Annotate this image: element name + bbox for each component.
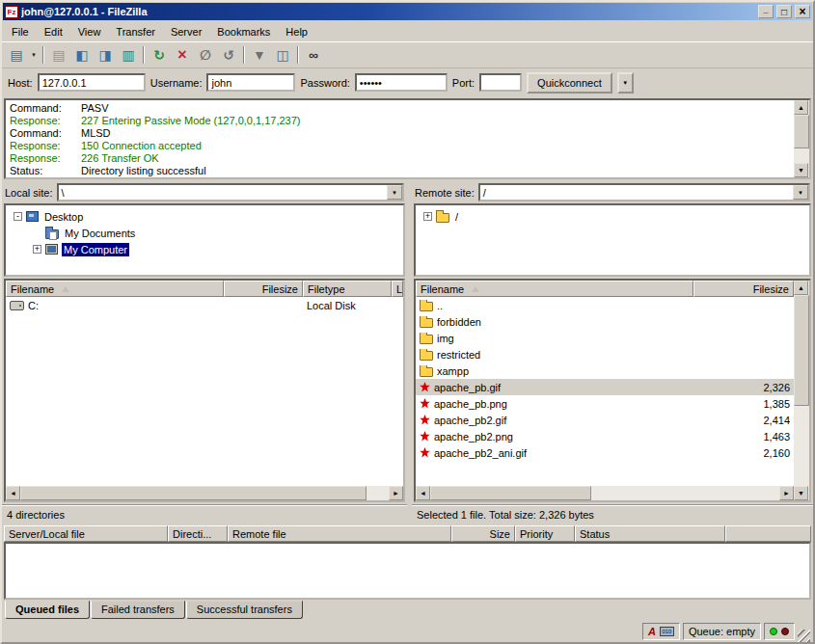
toggle-local-tree-icon[interactable]: ◧ [70, 44, 94, 66]
menu-bookmarks[interactable]: Bookmarks [209, 23, 278, 40]
column-priority[interactable]: Priority [515, 525, 575, 542]
minimize-button[interactable] [758, 5, 774, 18]
column-status[interactable]: Status [575, 525, 725, 542]
scroll-track[interactable] [794, 115, 809, 163]
scroll-right-icon[interactable]: ► [779, 486, 794, 500]
column-filesize[interactable]: Filesize [693, 281, 794, 297]
column-filetype[interactable]: Filetype [303, 281, 392, 297]
scroll-track[interactable] [430, 486, 779, 500]
username-input[interactable] [206, 73, 295, 92]
tree-item-root[interactable]: / [418, 208, 807, 225]
tree-item-label[interactable]: My Documents [63, 227, 137, 240]
local-list-body[interactable]: C: Local Disk [6, 297, 403, 486]
password-input[interactable] [355, 73, 448, 92]
remote-file-row[interactable]: forbidden [416, 313, 794, 330]
column-filesize[interactable]: Filesize [224, 281, 303, 297]
scroll-thumb[interactable] [794, 115, 809, 148]
chevron-down-icon[interactable]: ▼ [387, 185, 402, 200]
tree-item-desktop[interactable]: Desktop [8, 208, 401, 225]
reconnect-icon[interactable]: ↺ [217, 44, 240, 66]
scroll-down-icon[interactable]: ▼ [794, 486, 808, 500]
scroll-down-icon[interactable]: ▼ [794, 163, 808, 177]
menu-edit[interactable]: Edit [37, 23, 70, 40]
tab-queued-files[interactable]: Queued files [5, 601, 90, 619]
compare-icon[interactable]: ◫ [271, 44, 294, 66]
folder-icon [420, 335, 433, 344]
tree-item-label[interactable]: Desktop [42, 210, 85, 224]
collapse-icon[interactable] [14, 212, 22, 221]
scroll-left-icon[interactable]: ◄ [6, 486, 20, 500]
scroll-up-icon[interactable]: ▲ [794, 100, 808, 115]
remote-file-row[interactable]: .. [416, 297, 794, 313]
remote-file-row[interactable]: apache_pb2.gif 2,414 [416, 412, 794, 428]
remote-vscrollbar[interactable]: ▲ ▼ [794, 281, 809, 500]
remote-hscrollbar[interactable]: ◄ ► [416, 486, 794, 500]
expand-icon[interactable] [33, 245, 41, 254]
remote-file-row[interactable]: restricted [416, 346, 794, 362]
quickconnect-button[interactable]: Quickconnect [527, 72, 612, 94]
remote-site-combobox[interactable]: / ▼ [478, 183, 810, 201]
column-remote-file[interactable]: Remote file [228, 525, 451, 542]
queue-body[interactable] [4, 542, 811, 600]
column-direction[interactable]: Directi... [168, 525, 228, 542]
column-size[interactable]: Size [451, 525, 515, 542]
site-manager-dropdown-icon[interactable]: ▼ [28, 44, 40, 66]
close-button[interactable] [795, 5, 810, 18]
tab-failed-transfers[interactable]: Failed transfers [91, 601, 185, 619]
remote-file-row[interactable]: apache_pb2_ani.gif 2,160 [416, 444, 794, 461]
port-input[interactable] [479, 73, 522, 92]
local-site-combobox[interactable]: \ ▼ [57, 183, 404, 201]
tab-successful-transfers[interactable]: Successful transfers [186, 601, 303, 619]
stop-icon[interactable]: × [171, 44, 194, 66]
file-name: apache_pb2_ani.gif [434, 447, 527, 459]
resize-grip[interactable] [798, 630, 810, 642]
scroll-left-icon[interactable]: ◄ [416, 486, 430, 500]
column-last-modified[interactable]: L [392, 281, 403, 297]
titlebar[interactable]: Fz john@127.0.0.1 - FileZilla [3, 3, 812, 20]
scroll-thumb[interactable] [430, 486, 591, 500]
log-scrollbar[interactable]: ▲ ▼ [794, 100, 809, 177]
find-icon[interactable]: ∞ [302, 44, 325, 66]
maximize-button[interactable] [776, 5, 792, 18]
menu-transfer[interactable]: Transfer [108, 23, 163, 40]
menu-file[interactable]: File [4, 23, 37, 40]
remote-file-row[interactable]: xampp [416, 362, 794, 379]
remote-file-row[interactable]: img [416, 330, 794, 346]
remote-file-row[interactable]: apache_pb2.png 1,463 [416, 428, 794, 444]
remote-tree[interactable]: / [414, 203, 811, 277]
chevron-down-icon[interactable]: ▼ [793, 185, 808, 200]
tree-item-my-documents[interactable]: My Documents [8, 225, 401, 241]
scroll-right-icon[interactable]: ► [389, 486, 403, 500]
local-hscrollbar[interactable]: ◄ ► [6, 486, 403, 500]
tree-item-my-computer[interactable]: My Computer [8, 241, 401, 257]
scroll-thumb[interactable] [794, 295, 809, 406]
menu-view[interactable]: View [70, 23, 109, 40]
local-file-row[interactable]: C: Local Disk [6, 297, 403, 313]
column-server-local-file[interactable]: Server/Local file [4, 525, 168, 542]
toggle-log-icon[interactable]: ▤ [47, 44, 70, 66]
expand-icon[interactable] [423, 212, 432, 221]
quickconnect-dropdown-icon[interactable]: ▼ [617, 72, 634, 94]
menu-help[interactable]: Help [278, 23, 315, 40]
filter-icon[interactable]: ▼ [248, 44, 271, 66]
refresh-icon[interactable]: ↻ [148, 44, 171, 66]
scroll-thumb[interactable] [20, 486, 367, 500]
scroll-track[interactable] [794, 295, 809, 486]
site-manager-icon[interactable]: ▤ [5, 44, 28, 66]
local-tree[interactable]: Desktop My Documents My Computer [4, 203, 405, 277]
host-input[interactable] [38, 73, 146, 92]
remote-file-row[interactable]: apache_pb.png 1,385 [416, 395, 794, 412]
remote-list-body[interactable]: .. forbidden img restricted [416, 297, 794, 486]
toggle-queue-icon[interactable]: ▥ [117, 44, 140, 66]
remote-file-row-selected[interactable]: apache_pb.gif 2,326 [416, 379, 794, 395]
menu-server[interactable]: Server [163, 23, 209, 40]
scroll-track[interactable] [20, 486, 389, 500]
tree-item-label[interactable]: My Computer [62, 243, 129, 256]
disconnect-icon[interactable]: ∅ [194, 44, 217, 66]
column-filename[interactable]: Filename [416, 281, 693, 297]
column-filename[interactable]: Filename [6, 281, 224, 297]
quickconnect-bar: Host: Username: Password: Port: Quickcon… [2, 67, 813, 96]
tree-item-label[interactable]: / [453, 210, 460, 224]
toggle-remote-tree-icon[interactable]: ◨ [94, 44, 117, 66]
scroll-up-icon[interactable]: ▲ [794, 281, 808, 295]
